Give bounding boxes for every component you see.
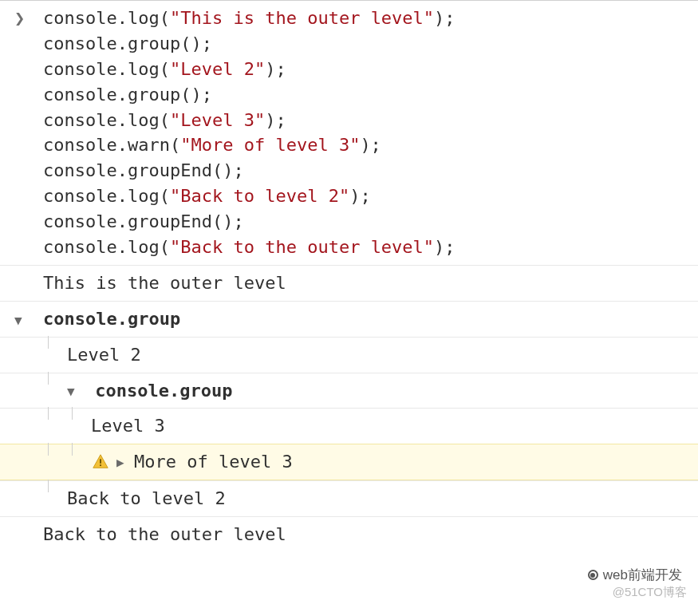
log-message: Back to level 2 — [67, 486, 698, 511]
code-line: console.groupEnd(); — [43, 209, 698, 235]
wechat-icon — [588, 570, 598, 580]
warn-row[interactable]: More of level 3 — [0, 444, 698, 480]
log-row-level3: Level 3 — [0, 408, 698, 444]
disclosure-triangle-icon[interactable] — [116, 453, 131, 472]
log-row-outer: This is the outer level — [0, 265, 698, 301]
log-message: Level 2 — [67, 342, 698, 368]
code-line: console.warn("More of level 3"); — [43, 132, 698, 158]
log-message: Level 3 — [91, 413, 698, 439]
input-prompt-icon: ❯ — [6, 6, 40, 31]
console-input-code[interactable]: console.log("This is the outer level");c… — [40, 6, 698, 260]
disclosure-triangle-icon[interactable] — [67, 382, 81, 401]
disclosure-triangle-icon[interactable] — [6, 306, 40, 332]
code-line: console.log("This is the outer level"); — [43, 6, 698, 31]
group1-header-row[interactable]: console.group — [0, 301, 698, 337]
console-input-row: ❯ console.log("This is the outer level")… — [0, 0, 698, 265]
warn-message: More of level 3 — [134, 449, 293, 475]
group2-label: console.group — [95, 381, 232, 401]
code-line: console.log("Back to level 2"); — [43, 184, 698, 209]
log-message: This is the outer level — [40, 270, 698, 296]
code-line: console.log("Back to the outer level"); — [43, 235, 698, 260]
log-row-back-outer: Back to the outer level — [0, 516, 698, 552]
log-message: Back to the outer level — [40, 522, 698, 547]
watermark-wechat: web前端开发 — [588, 566, 682, 584]
code-line: console.log("Level 2"); — [43, 57, 698, 82]
group2-header-row[interactable]: console.group — [0, 373, 698, 409]
code-line: console.groupEnd(); — [43, 158, 698, 184]
group1-label: console.group — [43, 306, 698, 332]
warning-icon — [91, 452, 110, 472]
console-panel: ❯ console.log("This is the outer level")… — [0, 0, 698, 616]
svg-rect-0 — [100, 460, 101, 464]
code-line: console.log("Level 3"); — [43, 108, 698, 133]
watermark-51cto: @51CTO博客 — [613, 585, 687, 600]
svg-rect-1 — [100, 465, 101, 467]
code-line: console.group(); — [43, 31, 698, 57]
code-line: console.group(); — [43, 82, 698, 108]
log-row-back2: Back to level 2 — [0, 480, 698, 516]
log-row-level2: Level 2 — [0, 337, 698, 373]
